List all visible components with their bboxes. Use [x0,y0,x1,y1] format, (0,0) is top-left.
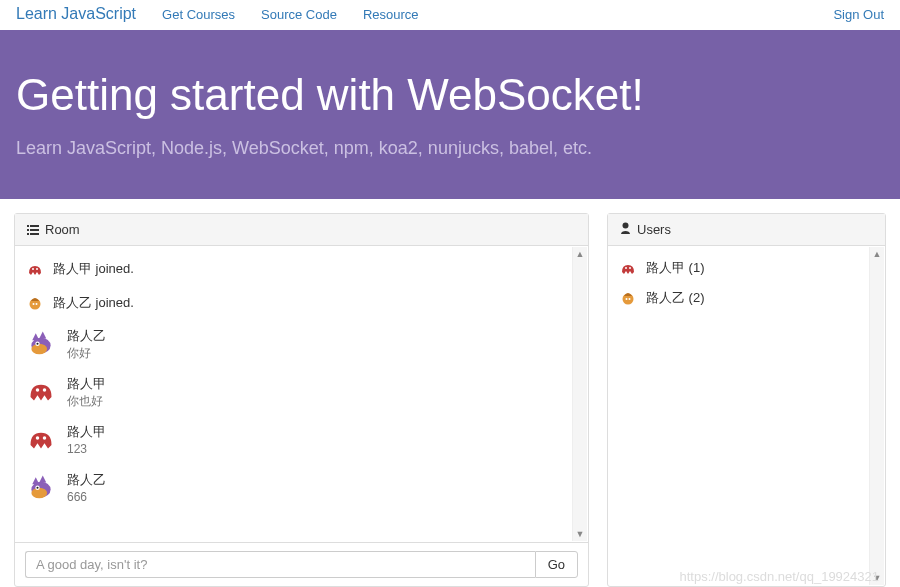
join-text: 路人甲 joined. [53,260,134,278]
hero-subtitle: Learn JavaScript, Node.js, WebSocket, np… [16,138,884,159]
message-text: 你也好 [67,394,106,408]
user-list: 路人甲 (1) 路人乙 (2) [620,256,873,310]
nav-link-courses[interactable]: Get Courses [162,7,235,22]
user-row[interactable]: 路人乙 (2) [620,286,873,310]
nav-left: Learn JavaScript Get Courses Source Code… [16,5,833,23]
svg-point-15 [36,388,40,392]
scroll-up-icon[interactable]: ▲ [573,247,587,261]
users-body: 路人甲 (1) 路人乙 (2) ▲ ▼ https://blog.csdn.ne… [608,246,885,586]
message-content: 路人甲你也好 [67,376,106,408]
join-message: 路人甲 joined. [27,256,576,282]
chat-message: 路人甲你也好 [27,372,576,412]
message-input-group: Go [25,551,578,578]
svg-point-17 [36,436,40,440]
message-text: 123 [67,442,106,456]
svg-point-28 [629,298,631,300]
scroll-down-icon[interactable]: ▼ [870,571,884,585]
svg-point-18 [43,436,47,440]
sign-out-link[interactable]: Sign Out [833,7,884,22]
message-username: 路人乙 [67,328,106,344]
message-content: 路人乙666 [67,472,106,504]
hero-title: Getting started with WebSocket! [16,70,884,120]
join-message: 路人乙 joined. [27,290,576,316]
users-panel: Users 路人甲 (1) 路人乙 (2) ▲ ▼ https://blog.c… [607,213,886,587]
svg-rect-1 [30,225,39,227]
avatar-icon [620,260,636,276]
room-scrollbar[interactable]: ▲ ▼ [572,247,587,541]
message-text: 你好 [67,346,106,360]
users-heading: Users [608,214,885,246]
svg-rect-3 [30,229,39,231]
svg-point-10 [36,303,38,305]
svg-point-14 [36,343,38,345]
nav-link-source[interactable]: Source Code [261,7,337,22]
message-username: 路人乙 [67,472,106,488]
avatar-icon [27,261,43,277]
svg-point-20 [31,488,47,499]
room-heading-label: Room [45,222,80,237]
message-list: 路人甲 joined. 路人乙 joined. 路人乙你好 路人甲你也好 路人甲… [15,256,588,508]
avatar-icon [27,328,55,356]
svg-rect-4 [27,233,29,235]
user-icon [620,222,631,237]
svg-rect-5 [30,233,39,235]
users-heading-label: Users [637,222,671,237]
svg-point-27 [626,298,628,300]
svg-point-6 [32,268,34,270]
room-body: 路人甲 joined. 路人乙 joined. 路人乙你好 路人甲你也好 路人甲… [15,246,588,542]
svg-point-9 [33,303,35,305]
send-button[interactable]: Go [535,551,578,578]
users-scrollbar[interactable]: ▲ ▼ [869,247,884,585]
avatar-icon [27,376,55,404]
nav-right: Sign Out [833,6,884,22]
chat-message: 路人乙666 [27,468,576,508]
message-content: 路人甲123 [67,424,106,456]
main-row: Room 路人甲 joined. 路人乙 joined. 路人乙你好 路人甲你也… [0,199,900,587]
scroll-down-icon[interactable]: ▼ [573,527,587,541]
room-footer: Go [15,542,588,586]
avatar-icon [27,472,55,500]
svg-point-7 [36,268,38,270]
join-text: 路人乙 joined. [53,294,134,312]
svg-rect-2 [27,229,29,231]
message-text: 666 [67,490,106,504]
brand-link[interactable]: Learn JavaScript [16,5,136,23]
room-panel: Room 路人甲 joined. 路人乙 joined. 路人乙你好 路人甲你也… [14,213,589,587]
svg-point-24 [625,267,627,269]
svg-point-12 [31,344,47,355]
message-input[interactable] [25,551,535,578]
svg-rect-0 [27,225,29,227]
watermark-text: https://blog.csdn.net/qq_19924321 [680,569,880,584]
user-label: 路人甲 (1) [646,259,705,277]
message-content: 路人乙你好 [67,328,106,360]
svg-point-16 [43,388,47,392]
hero-banner: Getting started with WebSocket! Learn Ja… [0,30,900,199]
list-icon [27,225,39,235]
svg-point-25 [629,267,631,269]
scroll-track[interactable] [573,261,587,527]
chat-message: 路人乙你好 [27,324,576,364]
navbar: Learn JavaScript Get Courses Source Code… [0,0,900,24]
user-row[interactable]: 路人甲 (1) [620,256,873,280]
scroll-up-icon[interactable]: ▲ [870,247,884,261]
message-username: 路人甲 [67,424,106,440]
svg-point-22 [36,487,38,489]
svg-point-23 [623,223,629,229]
nav-link-resource[interactable]: Resource [363,7,419,22]
avatar-icon [27,424,55,452]
room-heading: Room [15,214,588,246]
scroll-track[interactable] [870,261,884,571]
chat-message: 路人甲123 [27,420,576,460]
avatar-icon [620,290,636,306]
avatar-icon [27,295,43,311]
message-username: 路人甲 [67,376,106,392]
user-label: 路人乙 (2) [646,289,705,307]
